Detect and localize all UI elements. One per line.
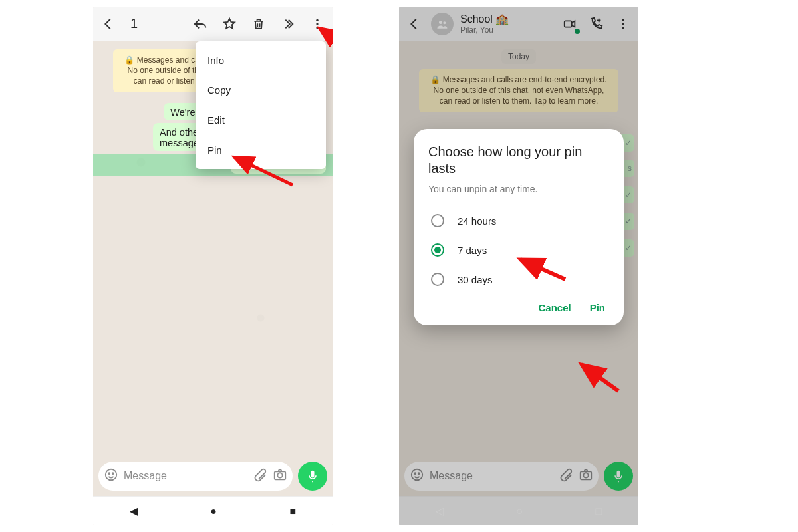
radio-icon [431, 214, 444, 227]
selection-header: 1 [93, 7, 332, 41]
message-input[interactable]: Message [98, 462, 293, 491]
svg-point-1 [316, 23, 318, 25]
nav-back-icon[interactable]: ◀ [130, 505, 138, 517]
option-30d[interactable]: 30 days [428, 265, 609, 294]
emoji-icon[interactable] [104, 467, 118, 485]
pin-button[interactable]: Pin [590, 302, 605, 313]
message-placeholder: Message [124, 470, 247, 482]
forward-icon[interactable] [278, 14, 298, 34]
attach-icon[interactable] [253, 467, 267, 485]
svg-point-7 [277, 473, 282, 477]
reply-icon[interactable] [190, 14, 210, 34]
svg-point-0 [316, 19, 318, 21]
menu-item-info[interactable]: Info [196, 45, 326, 75]
nav-recent-icon[interactable]: ■ [290, 505, 297, 517]
radio-icon [431, 243, 444, 257]
svg-point-3 [106, 469, 117, 481]
mic-button[interactable] [298, 462, 327, 491]
svg-point-5 [112, 473, 114, 474]
more-icon[interactable] [307, 14, 327, 34]
option-7d[interactable]: 7 days [428, 235, 609, 265]
nav-home-icon[interactable]: ● [210, 505, 217, 517]
radio-icon [431, 273, 444, 286]
selected-count: 1 [130, 16, 138, 31]
composer: Message [93, 458, 332, 496]
pin-duration-dialog: Choose how long your pin lasts You can u… [414, 129, 624, 325]
dialog-subtitle: You can unpin at any time. [428, 184, 609, 194]
phone-right: School 🏫 Pilar, You Today 🔒 Messages and… [399, 7, 638, 525]
svg-point-4 [108, 473, 110, 474]
option-label: 30 days [458, 274, 493, 285]
dialog-title: Choose how long your pin lasts [428, 144, 609, 177]
cancel-button[interactable]: Cancel [538, 302, 571, 313]
menu-item-pin[interactable]: Pin [196, 135, 326, 165]
star-icon[interactable] [219, 14, 239, 34]
overflow-menu: Info Copy Edit Pin [196, 41, 326, 169]
option-24h[interactable]: 24 hours [428, 206, 609, 235]
menu-item-edit[interactable]: Edit [196, 105, 326, 135]
trash-icon[interactable] [249, 14, 269, 34]
camera-icon[interactable] [273, 467, 287, 485]
option-label: 7 days [458, 245, 487, 256]
menu-item-copy[interactable]: Copy [196, 75, 326, 105]
dialog-actions: Cancel Pin [428, 294, 609, 317]
svg-point-2 [316, 27, 318, 29]
back-icon[interactable] [98, 14, 118, 34]
android-nav: ◀ ● ■ [93, 496, 332, 525]
option-label: 24 hours [458, 215, 496, 227]
phone-left: 1 🔒 Messages and calls are end-to-end en… [93, 7, 332, 525]
